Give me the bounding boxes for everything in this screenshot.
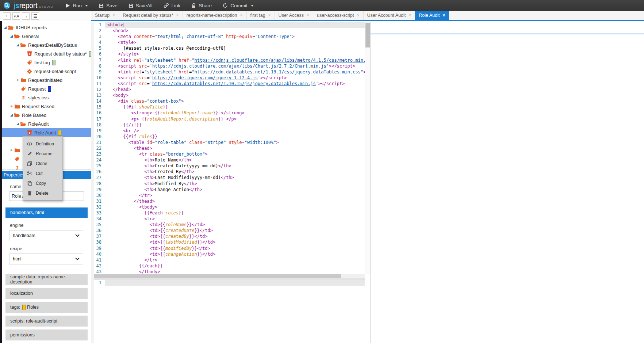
expand-arrow-icon[interactable]	[3, 26, 8, 29]
code-line[interactable]: 23 <tr class="border_bottom">	[94, 151, 365, 157]
code-line[interactable]: 34 <tr>	[94, 216, 365, 222]
close-icon[interactable]: ×	[268, 13, 271, 18]
run-button[interactable]: Run	[66, 3, 88, 8]
code-line[interactable]: 39 <td>{{modifiedBy}}</td>	[94, 245, 365, 251]
code-line[interactable]: 7 <link rel="stylesheet" href="https://c…	[94, 57, 365, 63]
code-line[interactable]: 28 <th>Modified By</th>	[94, 181, 365, 187]
link-button[interactable]: Link	[164, 3, 181, 8]
recipe-select[interactable]: html	[9, 254, 83, 264]
code-line[interactable]: 8 <script src='https://cdnjs.cloudflare.…	[94, 63, 365, 69]
tab-reports-name-description[interactable]: reports-name-description×	[183, 11, 247, 20]
code-line[interactable]: 29 <th>Change Action</th>	[94, 187, 365, 193]
tab-request-detail-by-status-[interactable]: Request detail by status*×	[119, 11, 183, 20]
editor-split-handle[interactable]	[94, 278, 365, 280]
code-line[interactable]: 19 <br />	[94, 128, 365, 134]
template-code-editor[interactable]: 1<html>2 <head>3 <meta content="text/htm…	[94, 22, 365, 274]
close-icon[interactable]: ×	[176, 13, 179, 18]
menu-item-rename[interactable]: Rename	[23, 149, 62, 159]
code-line[interactable]: 18 {{/if}}	[94, 122, 365, 128]
tree-item-request-detail-by-status-[interactable]: 5Request detail by status*	[0, 49, 91, 58]
code-line[interactable]: 9 <link rel="stylesheet" href="https://c…	[94, 69, 365, 75]
menu-item-copy[interactable]: Copy	[23, 178, 62, 188]
code-line[interactable]: 5 {#asset styles-role.css @encoding=utf8…	[94, 45, 365, 51]
section-localization[interactable]: localization	[5, 288, 88, 299]
code-line[interactable]: 33 {{#each roles}}	[94, 210, 365, 216]
section-permissions[interactable]: permissions	[5, 329, 88, 340]
filter-button[interactable]: ▼A	[12, 12, 20, 20]
menu-item-delete[interactable]: Delete	[23, 188, 62, 198]
code-line[interactable]: 3 <meta content="text/html; charset=utf-…	[94, 34, 365, 39]
tree-item-request[interactable]: Request	[0, 84, 91, 93]
tree-item-role-audit[interactable]: 5Role Audit	[0, 128, 91, 137]
tree-item-requestdetailbystatus[interactable]: RequestDetailByStatus	[0, 41, 91, 49]
tab-first-tag[interactable]: first tag×	[247, 11, 275, 20]
tab-startup[interactable]: Startup×	[91, 11, 119, 20]
menu-button[interactable]	[31, 12, 39, 20]
collapse-arrow-icon[interactable]	[9, 149, 14, 152]
share-button[interactable]: Share	[191, 3, 212, 8]
editor-vertical-scrollbar[interactable]	[365, 22, 370, 274]
code-line[interactable]: 35 <td>{{roleName}}</td>	[94, 222, 365, 228]
code-line[interactable]: 2 <head>	[94, 28, 365, 34]
tab-user-access[interactable]: User Access×	[275, 11, 313, 20]
tree-item-request-detail-script[interactable]: request-detail-script	[0, 67, 91, 76]
code-line[interactable]: 15 {{#if showTitle}}	[94, 104, 365, 110]
saveall-button[interactable]: SaveAll	[129, 3, 153, 8]
menu-item-definition[interactable]: Definition	[23, 139, 62, 149]
code-line[interactable]: 36 <td>{{createdDate}}</td>	[94, 228, 365, 233]
close-icon[interactable]: ×	[307, 13, 309, 18]
close-icon[interactable]: ×	[409, 13, 411, 18]
code-line[interactable]: 24 <th>Role Name</th>	[94, 157, 365, 163]
code-line[interactable]: 40 <td>{{changeAction}}</td>	[94, 251, 365, 257]
code-line[interactable]: 1	[94, 280, 365, 286]
code-line[interactable]: 37 <td>{{createdBy}}</td>	[94, 233, 365, 239]
tab-user-account-audit[interactable]: User Account Audit×	[364, 11, 415, 20]
menu-item-clone[interactable]: Clone	[23, 159, 62, 168]
close-icon[interactable]: ×	[357, 13, 360, 18]
jsreport-logo[interactable]: jsreport STUDIO	[0, 1, 58, 10]
code-line[interactable]: 30 </tr>	[94, 193, 365, 198]
code-line[interactable]: 1<html>	[94, 22, 365, 28]
tree-item-styles-css[interactable]: 3styles.css	[0, 93, 91, 102]
code-line[interactable]: 31 </thead>	[94, 198, 365, 204]
code-line[interactable]: 26 <th>Created By</th>	[94, 169, 365, 175]
tab-role-audit[interactable]: Role Audit×	[415, 11, 449, 20]
code-line[interactable]: 43 </tbody>	[94, 269, 365, 274]
tree-item-request-based[interactable]: Request Based	[0, 102, 91, 111]
engine-select[interactable]: handlebars	[9, 230, 83, 241]
close-icon[interactable]: ×	[240, 13, 243, 18]
code-line[interactable]: 38 <td>{{lastModified}}</td>	[94, 239, 365, 245]
section-sample-data-reports-name-description[interactable]: sample data: reports-name-description	[5, 274, 88, 285]
new-entity-button[interactable]: +	[3, 12, 11, 20]
collapse-arrow-icon[interactable]	[15, 79, 20, 81]
vertical-scrollbar-thumb[interactable]	[365, 23, 370, 47]
collapse-button[interactable]: →	[22, 12, 30, 20]
close-icon[interactable]: ×	[112, 13, 115, 18]
close-icon[interactable]: ×	[442, 13, 445, 18]
code-line[interactable]: 41 </tr>	[94, 257, 365, 263]
expand-arrow-icon[interactable]	[15, 123, 20, 125]
code-line[interactable]: 32 <tbody>	[94, 204, 365, 210]
section-roles[interactable]: tags:Roles	[5, 302, 88, 313]
code-line[interactable]: 20 {{#if roles}}	[94, 134, 365, 140]
code-line[interactable]: 4 <style>	[94, 39, 365, 45]
code-line[interactable]: 6 </style>	[94, 51, 365, 57]
code-line[interactable]: 10 <script src='https://code.jquery.com/…	[94, 75, 365, 81]
editor-horizontal-scrollbar[interactable]	[94, 274, 365, 278]
code-line[interactable]: 42 {{/each}}	[94, 263, 365, 269]
code-line[interactable]: 14 <div class="content-box">	[94, 98, 365, 104]
tree-item-role-based[interactable]: Role Based	[0, 111, 91, 119]
commit-button[interactable]: Commit	[223, 3, 254, 8]
tree-item-roleaudit[interactable]: RoleAudit	[0, 119, 91, 128]
code-line[interactable]: 22 <thead>	[94, 145, 365, 151]
expand-arrow-icon[interactable]	[9, 35, 14, 38]
menu-item-cut[interactable]: Cut	[23, 168, 62, 178]
tree-item-idhub-reports[interactable]: IDHUB-reports	[0, 23, 91, 32]
tree-item-first-tag[interactable]: first tag	[0, 58, 91, 67]
tree-item-requestinitiated[interactable]: RequestInitiated	[0, 76, 91, 84]
code-line[interactable]: 11 <script src='https://cdn.datatables.n…	[94, 81, 365, 87]
save-button[interactable]: Save	[99, 3, 118, 8]
expand-arrow-icon[interactable]	[9, 114, 14, 117]
tab-user-access-script[interactable]: user-access-script×	[313, 11, 363, 20]
code-line[interactable]: 13 <body>	[94, 92, 365, 98]
